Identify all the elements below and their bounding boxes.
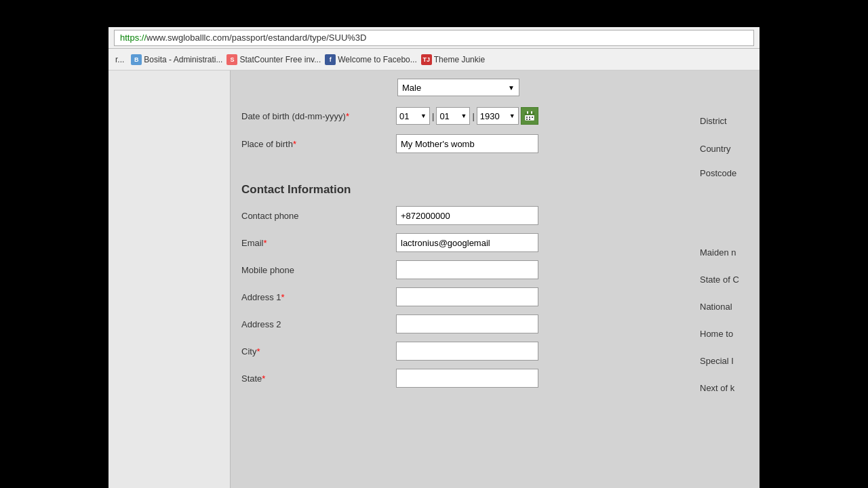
email-label: Email	[241, 238, 264, 248]
place-of-birth-label: Place of birth	[241, 139, 293, 149]
url-protocol: https://	[120, 33, 146, 43]
calendar-button[interactable]	[521, 107, 538, 125]
dob-month-value: 01	[439, 111, 449, 121]
dob-label: Date of birth (dd-mm-yyyy)	[241, 111, 346, 121]
dropdown-year-arrow-icon: ▼	[509, 113, 515, 119]
address1-input[interactable]	[396, 287, 538, 306]
svg-rect-5	[529, 117, 530, 118]
city-required-star: *	[256, 346, 260, 357]
dob-year-value: 1930	[480, 111, 500, 121]
contact-section-header: Contact Information	[241, 183, 694, 197]
place-of-birth-required-star: *	[293, 139, 296, 149]
svg-rect-6	[532, 117, 533, 118]
contact-phone-input[interactable]	[396, 206, 538, 225]
bookmarks-bar: r... B Bosita - Administrati... S StatCo…	[108, 49, 760, 70]
state-input[interactable]	[396, 369, 538, 388]
dob-month-select[interactable]: 01 ▼	[436, 107, 470, 125]
address1-label: Address 1	[241, 292, 281, 302]
calendar-icon	[524, 110, 535, 121]
address1-row: Address 1*	[241, 287, 694, 306]
email-required-star: *	[264, 238, 267, 248]
city-input[interactable]	[396, 342, 538, 361]
state-label: State	[241, 373, 262, 384]
gender-select[interactable]: Male ▼	[397, 79, 519, 96]
mobile-phone-input[interactable]	[396, 260, 538, 279]
city-label: City	[241, 346, 256, 357]
dob-row: Date of birth (dd-mm-yyyy)* 01 ▼ | 01	[241, 107, 694, 125]
dropdown-day-arrow-icon: ▼	[420, 113, 427, 119]
dropdown-arrow-icon: ▼	[508, 84, 515, 92]
bookmark-themejunkie-label: Theme Junkie	[434, 55, 485, 64]
dropdown-month-arrow-icon: ▼	[460, 113, 467, 119]
right-label-nationality: National	[700, 293, 749, 320]
svg-rect-1	[525, 113, 534, 115]
bookmark-ellipsis[interactable]: r...	[113, 54, 127, 66]
state-required-star: *	[262, 373, 265, 384]
svg-rect-2	[527, 111, 528, 114]
bookmark-bosita-label: Bosita - Administrati...	[144, 55, 222, 64]
email-input[interactable]	[396, 233, 538, 252]
svg-rect-3	[531, 111, 532, 114]
right-label-district: District	[700, 107, 749, 134]
dob-day-select[interactable]: 01 ▼	[396, 107, 430, 125]
right-label-special: Special I	[700, 347, 749, 374]
url-rest: www.swgloballlc.com/passport/estandard/t…	[146, 33, 366, 43]
right-label-state-of: State of C	[700, 266, 749, 293]
gender-row: Male ▼	[241, 79, 749, 96]
bookmark-bosita[interactable]: B Bosita - Administrati...	[131, 54, 222, 65]
contact-phone-row: Contact phone	[241, 206, 694, 225]
contact-phone-label: Contact phone	[241, 211, 299, 221]
svg-rect-7	[526, 119, 528, 120]
place-of-birth-row: Place of birth*	[241, 134, 694, 153]
bookmark-facebook[interactable]: f Welcome to Facebo...	[325, 54, 417, 65]
dob-sep1: |	[432, 111, 434, 121]
dob-inputs: 01 ▼ | 01 ▼ | 1930	[396, 107, 538, 125]
right-label-home-to: Home to	[700, 320, 749, 347]
address1-required-star: *	[281, 292, 285, 302]
email-row: Email*	[241, 233, 694, 252]
dob-day-value: 01	[399, 111, 409, 121]
city-row: City*	[241, 342, 694, 361]
svg-rect-8	[529, 119, 530, 120]
bookmark-facebook-label: Welcome to Facebo...	[338, 55, 417, 64]
dob-sep2: |	[472, 111, 474, 121]
address2-label: Address 2	[241, 319, 281, 329]
address2-row: Address 2	[241, 314, 694, 333]
right-label-next-of-kin: Next of k	[700, 374, 749, 401]
right-label-postcode: Postcode	[700, 163, 749, 216]
dob-required-star: *	[346, 111, 349, 121]
bookmark-statcounter[interactable]: S StatCounter Free inv...	[226, 54, 321, 65]
gender-value: Male	[402, 83, 421, 93]
address-bar[interactable]: https://www.swgloballlc.com/passport/est…	[114, 30, 754, 46]
dob-year-select[interactable]: 1930 ▼	[477, 107, 519, 125]
right-label-maiden-name: Maiden n	[700, 239, 749, 266]
bookmark-statcounter-label: StatCounter Free inv...	[239, 55, 321, 64]
place-of-birth-input[interactable]	[396, 134, 538, 153]
mobile-phone-label: Mobile phone	[241, 265, 294, 275]
bookmark-themejunkie[interactable]: TJ Theme Junkie	[421, 54, 485, 65]
right-label-country: Country	[700, 134, 749, 163]
address2-input[interactable]	[396, 314, 538, 333]
svg-rect-4	[526, 117, 528, 118]
mobile-phone-row: Mobile phone	[241, 260, 694, 279]
state-row: State*	[241, 369, 694, 388]
